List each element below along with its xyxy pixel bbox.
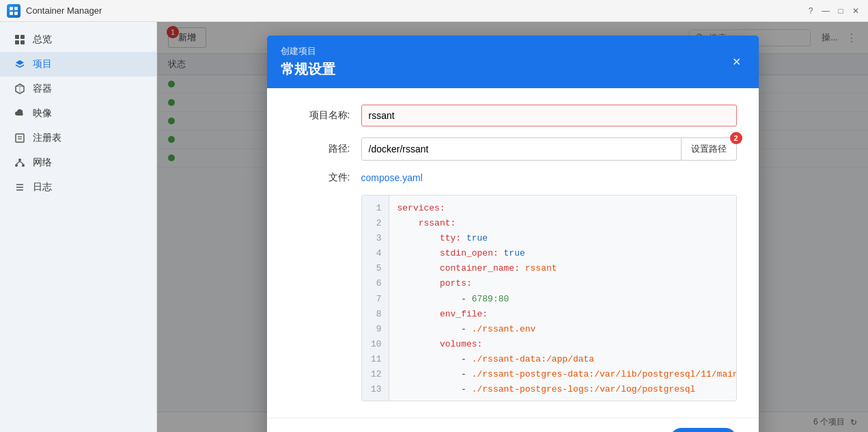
modal-body: 项目名称: 路径: 设置路径 2 [267,88,759,418]
code-line: - 6789:80 [397,292,728,307]
file-label: 文件: [289,172,350,184]
svg-rect-2 [10,12,13,15]
sidebar-item-network[interactable]: 网络 [0,150,156,175]
modal-title-small: 创建项目 [281,45,335,57]
svg-line-17 [16,161,20,164]
project-name-input[interactable] [361,105,737,126]
layers-icon [14,58,26,70]
code-line: - ./rssant-data:/app/data [397,352,728,367]
code-line: logging: [397,397,728,401]
modal-header-text: 创建项目 常规设置 [281,45,335,79]
list-icon [14,181,26,193]
code-line: volumes: [397,337,728,352]
sidebar-item-label: 注册表 [33,132,61,144]
create-project-modal: 创建项目 常规设置 ✕ 项目名称: 路径: [267,36,759,432]
sidebar-item-label: 总览 [33,33,52,46]
modal-title-large: 常规设置 [281,60,335,79]
file-value: compose.yaml [361,172,423,183]
file-row: 文件: compose.yaml [289,172,737,184]
sidebar-item-label: 项目 [33,58,52,70]
sidebar-item-registry[interactable]: 注册表 [0,126,156,150]
sidebar: 总览 项目 容器 映像 注册表 [0,22,157,432]
svg-point-15 [15,164,18,167]
svg-rect-0 [10,7,13,10]
maximize-button[interactable]: □ [835,5,846,16]
modal-header: 创建项目 常规设置 ✕ [267,36,759,88]
help-button[interactable]: ? [805,5,816,16]
code-line: services: [397,201,728,216]
registry-icon [14,132,26,144]
sidebar-item-projects[interactable]: 项目 [0,52,156,77]
box-icon [14,83,26,95]
code-line: - ./rssant-postgres-logs:/var/log/postgr… [397,382,728,397]
svg-rect-3 [14,12,18,15]
network-icon [14,157,26,169]
grid-icon [14,33,26,46]
code-line: ports: [397,276,728,291]
line-numbers: 12345 678910 1112131415 [362,195,389,401]
sidebar-item-label: 映像 [33,107,52,120]
set-path-badge: 2 [730,132,742,144]
set-path-btn-wrap: 设置路径 2 [682,137,737,161]
svg-rect-11 [16,134,24,142]
cloud-icon [14,107,26,120]
path-row: 路径: 设置路径 2 [289,137,737,161]
modal-close-button[interactable]: ✕ [729,54,745,70]
titlebar-left: Container Manager [7,4,102,18]
code-line: container_name: rssant [397,261,728,276]
project-name-row: 项目名称: [289,105,737,126]
close-button[interactable]: ✕ [850,5,861,16]
modal-footer: 下一步 [267,418,759,432]
sidebar-item-containers[interactable]: 容器 [0,77,156,101]
code-line: - ./rssant-postgres-data:/var/lib/postgr… [397,367,728,382]
svg-line-18 [20,161,23,164]
project-name-label: 项目名称: [289,109,350,122]
svg-rect-5 [20,35,25,39]
sidebar-item-label: 网络 [33,157,52,169]
svg-point-14 [18,159,21,161]
sidebar-item-label: 容器 [33,83,52,95]
path-input[interactable] [361,137,682,161]
svg-point-16 [22,164,25,167]
code-line: - ./rssant.env [397,322,728,337]
app-title: Container Manager [26,5,102,16]
code-editor[interactable]: 12345 678910 1112131415 services: rssant… [361,195,737,401]
svg-rect-4 [15,35,19,39]
minimize-button[interactable]: — [820,5,831,16]
code-line: env_file: [397,307,728,322]
svg-rect-7 [20,40,25,44]
sidebar-item-overview[interactable]: 总览 [0,27,156,52]
titlebar: Container Manager ? — □ ✕ [0,0,868,22]
next-button[interactable]: 下一步 [670,428,737,432]
path-label: 路径: [289,143,350,155]
code-line: rssant: [397,216,728,231]
window-controls[interactable]: ? — □ ✕ [805,5,861,16]
modal-overlay: 创建项目 常规设置 ✕ 项目名称: 路径: [157,22,868,432]
svg-rect-6 [15,40,19,44]
sidebar-item-images[interactable]: 映像 [0,101,156,126]
svg-marker-8 [16,60,24,65]
code-line: tty: true [397,231,728,246]
set-path-button[interactable]: 设置路径 [682,137,737,161]
path-input-wrap: 设置路径 2 [361,137,737,161]
sidebar-item-log[interactable]: 日志 [0,175,156,200]
code-text: services: rssant: tty: true stdin_open: … [389,195,736,401]
content-area: 新增 1 操... ⋮ 状态 [157,22,868,432]
app-logo [7,4,20,18]
code-line: stdin_open: true [397,246,728,261]
code-content-area: 12345 678910 1112131415 services: rssant… [362,195,736,401]
svg-rect-1 [14,7,18,10]
sidebar-item-label: 日志 [33,181,52,193]
